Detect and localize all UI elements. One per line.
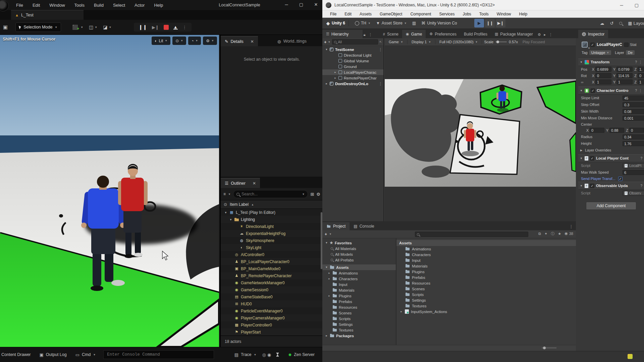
outliner-row[interactable]: SkyLight — [221, 244, 323, 251]
tab-scene[interactable]: # Scene — [379, 30, 402, 38]
scale-slider-knob[interactable] — [496, 41, 499, 43]
zen-server-button[interactable]: Zen Server — [284, 352, 319, 357]
status-notification-icon[interactable] — [628, 354, 633, 359]
gameobject-cube-icon[interactable] — [581, 41, 588, 48]
step-button[interactable]: ▶❙ — [152, 25, 159, 30]
foldout-arrow-icon[interactable]: ▼ — [580, 157, 583, 160]
help-icon[interactable]: ? — [640, 184, 642, 188]
outliner-row[interactable]: GameNetworkManager0 — [221, 279, 323, 286]
asset-folder-row[interactable]: ▸ Characters — [322, 276, 396, 282]
expand-arrow-icon[interactable]: ▾ — [224, 211, 227, 214]
scale-slider[interactable] — [495, 42, 507, 42]
scale-link-icon[interactable]: ∞ — [581, 80, 590, 84]
kebab-icon[interactable]: ⋮ — [549, 33, 552, 37]
menu-item[interactable]: Build — [90, 1, 108, 9]
cloud-icon[interactable]: ☁ — [600, 21, 604, 26]
game-view-letterbox[interactable] — [385, 46, 576, 221]
version-control-button[interactable]: ⌘ Unity Version Co — [419, 21, 460, 25]
outliner-row[interactable]: BP_MainGameMode0 — [221, 265, 323, 272]
package-manager-icon[interactable]: ▥ — [410, 21, 419, 25]
character-controller-header[interactable]: ▼ ✓ Character Contro ? ⋮ — [578, 86, 644, 95]
tab-build-profiles[interactable]: Build Profiles — [460, 30, 491, 38]
tab-details[interactable]: ✎ Details ✕ — [221, 36, 258, 46]
minimize-button[interactable]: ─ — [620, 3, 623, 8]
expand-arrow-icon[interactable]: ▸ — [325, 82, 328, 85]
collapse-icon[interactable]: ⇱ — [379, 41, 382, 44]
expand-arrow-icon[interactable]: ▸ — [334, 76, 337, 79]
property-field[interactable]: 0.08 — [623, 109, 644, 114]
close-icon[interactable]: ✕ — [251, 39, 254, 44]
filter-icon[interactable]: ≡ — [223, 192, 226, 196]
layer-overrides-foldout[interactable]: ▶ Layer Overrides — [578, 147, 644, 154]
gameobject-name-field[interactable]: LocalPlayerC — [597, 42, 622, 47]
cinematics-dropdown[interactable]: ◪▼ — [101, 23, 114, 31]
expand-arrow-icon[interactable]: ▾ — [325, 48, 328, 51]
derived-data-icon[interactable]: ◉ — [267, 352, 271, 357]
outliner-row[interactable]: PlayerStart — [221, 328, 323, 336]
hierarchy-row[interactable]: Global Volume — [322, 58, 383, 64]
tag-dropdown[interactable]: Untagge▼ — [589, 50, 611, 55]
tab-hierarchy[interactable]: ☰ Hierarchy — [322, 30, 363, 38]
kebab-icon[interactable]: ⋮ — [369, 33, 372, 37]
search-by-label-icon[interactable]: ✦ — [544, 232, 547, 236]
chevron-down-icon[interactable]: ▼ — [329, 233, 332, 236]
outliner-search-input[interactable]: Search... ▼ — [233, 190, 308, 198]
component-enabled-checkbox[interactable]: ✓ — [590, 184, 594, 188]
minimize-button[interactable]: ─ — [282, 1, 291, 9]
property-field[interactable]: 1.76 — [623, 141, 644, 146]
folder-item[interactable]: Animations — [396, 246, 576, 252]
asset-folder-row[interactable]: Prefabs — [322, 299, 396, 304]
hidden-packages-toggle[interactable]: ◉ 38 — [565, 231, 573, 236]
hierarchy-row[interactable]: ▸ DontDestroyOnLo — [322, 81, 383, 86]
game-mode-dropdown[interactable]: Game ▼ — [387, 40, 405, 44]
assets-root[interactable]: ▼ Assets — [322, 264, 396, 270]
pos-y-field[interactable]: 0.0799 — [616, 67, 633, 72]
property-field[interactable]: 0.3 — [623, 102, 644, 107]
menu-item[interactable]: Actor — [130, 1, 149, 9]
menu-item[interactable]: Edit — [29, 1, 44, 9]
menu-item[interactable]: File — [12, 1, 27, 9]
tab-project[interactable]: Project — [322, 222, 350, 230]
folder-item[interactable]: Materials — [396, 263, 576, 269]
undo-history-icon[interactable]: ↺ — [610, 21, 613, 26]
tab-world-settings[interactable]: ◍ World..ttings — [273, 36, 311, 46]
folder-item[interactable]: Characters — [396, 252, 576, 257]
expand-arrow-icon[interactable]: ▸ — [544, 33, 546, 37]
expand-arrow-icon[interactable]: ▸ — [334, 71, 337, 74]
expand-arrow-icon[interactable]: ▼ — [325, 266, 328, 269]
center-y-field[interactable]: 0.88 — [609, 128, 624, 133]
tab-inspector[interactable]: i Inspector — [578, 30, 608, 38]
assets-path-header[interactable]: Assets — [396, 240, 576, 246]
foldout-arrow-icon[interactable]: ▼ — [580, 61, 583, 64]
outliner-row[interactable]: PlayerCameraManager0 — [221, 314, 323, 321]
kebab-icon[interactable]: ⋮ — [639, 60, 642, 64]
menu-item[interactable]: Help — [516, 11, 531, 17]
lock-icon[interactable]: 🔒︎ — [364, 33, 366, 37]
folder-item[interactable]: Textures — [396, 303, 576, 309]
folder-item[interactable]: Plugins — [396, 269, 576, 275]
visibility-eye-icon[interactable]: ⊙ — [224, 202, 227, 207]
help-icon[interactable]: ? — [640, 157, 642, 160]
pause-button[interactable]: ❙❙ — [139, 24, 147, 30]
asset-folder-row[interactable]: Scripts — [322, 316, 396, 321]
asset-browser-icon[interactable]: ▣ — [0, 24, 11, 30]
property-field[interactable]: 0.001 — [623, 116, 644, 121]
expand-arrow-icon[interactable]: ▾ — [229, 218, 232, 221]
view-mode-dropdown[interactable]: ◐ Lit ▼ — [152, 37, 170, 45]
folder-item[interactable]: Scripts — [396, 292, 576, 297]
hourglass-icon[interactable] — [276, 352, 279, 357]
viewmode-options-dropdown[interactable]: ◔▼ — [188, 37, 201, 45]
layout-dropdown[interactable]: ▦Layou — [628, 21, 644, 26]
close-icon[interactable]: ✕ — [253, 181, 256, 186]
menu-item[interactable]: GameObject — [376, 11, 406, 17]
pos-x-field[interactable]: 0.6899 — [595, 67, 611, 72]
save-search-star-icon[interactable]: ★ — [558, 232, 561, 236]
outliner-row[interactable]: GameStateBase0 — [221, 293, 323, 300]
menu-item[interactable]: Window — [45, 1, 69, 9]
property-field[interactable]: 45 — [623, 96, 644, 101]
chevron-down-icon[interactable]: ▼ — [328, 41, 331, 44]
tab-console[interactable]: ▤ Console — [350, 222, 378, 230]
rot-x-field[interactable]: 0 — [595, 73, 611, 78]
outliner-settings-gear-icon[interactable]: ⚙ — [316, 192, 320, 197]
info-icon[interactable]: ⓘ — [551, 231, 554, 236]
